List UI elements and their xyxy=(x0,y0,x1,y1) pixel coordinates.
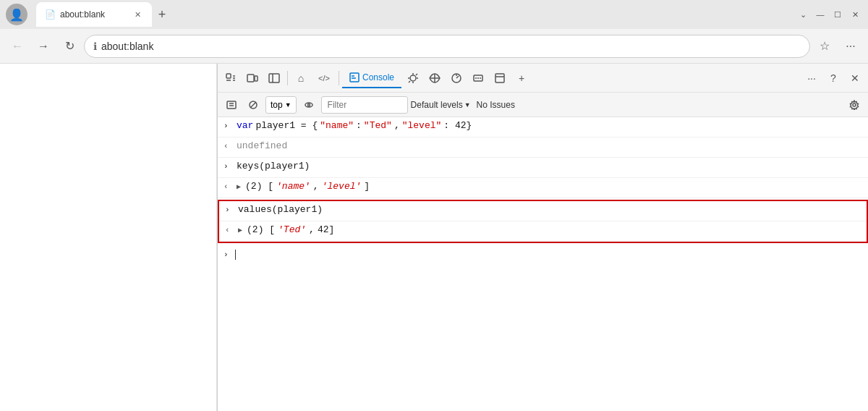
home-button[interactable]: ⌂ xyxy=(291,68,311,88)
svg-rect-7 xyxy=(269,74,279,82)
result-text-6a: (2) [ xyxy=(247,224,275,235)
block-icon[interactable] xyxy=(244,96,263,114)
new-tab-button[interactable]: + xyxy=(152,4,172,25)
more-tools-button[interactable]: ··· xyxy=(801,68,822,88)
result-42: 42] xyxy=(318,224,334,235)
svg-rect-29 xyxy=(227,101,236,109)
undefined-text: undefined xyxy=(237,140,287,151)
refresh-button[interactable]: ↻ xyxy=(58,35,81,58)
help-button[interactable]: ? xyxy=(823,68,843,88)
console-settings-button[interactable] xyxy=(845,96,864,114)
devtools-right-buttons: ··· ? ✕ xyxy=(801,68,865,88)
address-text: about:blank xyxy=(101,41,153,52)
filter-input[interactable] xyxy=(321,96,408,114)
output-arrow-2: ‹ xyxy=(224,142,234,151)
default-levels-button[interactable]: Default levels ▼ xyxy=(411,100,471,110)
input-arrow-5: › xyxy=(225,206,235,214)
more-button[interactable]: ··· xyxy=(839,35,862,58)
default-levels-arrow: ▼ xyxy=(464,101,471,109)
svg-rect-9 xyxy=(350,73,359,82)
svg-rect-0 xyxy=(226,74,231,78)
result-comma-6: , xyxy=(309,224,315,235)
toolbar-separator-1 xyxy=(287,71,288,85)
elements-tab[interactable]: </> xyxy=(312,68,336,88)
toggle-sidebar-button[interactable] xyxy=(264,68,284,88)
nav-right-buttons: ☆ ··· xyxy=(813,35,862,58)
console-line-5: › values(player1) xyxy=(219,201,867,221)
device-emulation-button[interactable] xyxy=(242,68,263,88)
maximize-button[interactable]: ☐ xyxy=(830,7,845,22)
back-button[interactable]: ← xyxy=(6,35,29,58)
context-selector-arrow: ▼ xyxy=(285,101,292,109)
address-info-icon: ℹ xyxy=(93,41,97,52)
input-arrow-1: › xyxy=(224,122,234,130)
code-colon-2: : 42} xyxy=(443,120,472,131)
code-comma-1: , xyxy=(394,120,400,131)
clear-console-button[interactable] xyxy=(222,96,241,114)
no-issues-label: No Issues xyxy=(477,100,515,110)
address-bar[interactable]: ℹ about:blank xyxy=(84,35,810,58)
close-window-button[interactable]: ✕ xyxy=(848,7,862,22)
console-line-2: ‹ undefined xyxy=(218,137,868,158)
svg-point-35 xyxy=(307,103,310,106)
svg-rect-5 xyxy=(247,75,254,82)
line-1-content: var player1 = {"name": "Ted", "level": 4… xyxy=(237,120,472,131)
default-levels-label: Default levels xyxy=(411,100,463,110)
result-text-4a: (2) [ xyxy=(245,181,273,192)
application-icon[interactable] xyxy=(490,68,510,88)
tab-title: about:blank xyxy=(60,9,105,20)
devtools-toolbar: ⌂ </> Console xyxy=(218,64,868,93)
svg-line-15 xyxy=(416,74,417,75)
favorites-button[interactable]: ☆ xyxy=(813,35,836,58)
expand-icon-6[interactable]: ▶ xyxy=(238,226,242,234)
console-line-6: ‹ ▶ (2) ['Ted', 42] xyxy=(219,221,867,242)
page-sidebar xyxy=(0,64,217,411)
performance-icon[interactable] xyxy=(446,68,467,88)
window-controls: ⌄ — ☐ ✕ xyxy=(796,7,862,22)
tab-favicon-icon: 📄 xyxy=(45,9,56,20)
code-string-ted: "Ted" xyxy=(364,120,392,131)
values-call: values(player1) xyxy=(238,204,323,215)
title-bar-left: 👤 📄 about:blank ✕ + xyxy=(6,2,172,27)
svg-rect-27 xyxy=(495,74,504,82)
svg-point-12 xyxy=(410,75,416,81)
chevron-down-icon[interactable]: ⌄ xyxy=(796,7,810,22)
main-content: ⌂ </> Console xyxy=(0,64,868,411)
output-arrow-4: ‹ xyxy=(224,182,234,191)
svg-rect-6 xyxy=(255,76,258,81)
add-tab-button[interactable]: + xyxy=(511,68,532,88)
toolbar-separator-2 xyxy=(339,71,339,85)
forward-button[interactable]: → xyxy=(32,35,55,58)
debug-icon[interactable] xyxy=(403,68,423,88)
svg-point-36 xyxy=(853,103,856,106)
title-bar: 👤 📄 about:blank ✕ + ⌄ — ☐ ✕ xyxy=(0,0,868,29)
console-line-4: ‹ ▶ (2) ['name', 'level'] xyxy=(218,178,868,198)
code-string-name-key: "name" xyxy=(320,120,354,131)
expand-icon-4[interactable]: ▶ xyxy=(237,182,241,191)
result-close-4: ] xyxy=(364,181,370,192)
keyword-var: var xyxy=(237,120,253,131)
keys-call: keys(player1) xyxy=(237,161,310,171)
result-comma-4: , xyxy=(313,181,319,192)
code-text-1: player1 = { xyxy=(255,120,318,131)
minimize-button[interactable]: — xyxy=(813,7,827,22)
inspect-element-button[interactable] xyxy=(221,68,241,88)
console-line-1: › var player1 = {"name": "Ted", "level":… xyxy=(218,117,868,137)
result-ted: 'Ted' xyxy=(278,224,306,235)
tab-close-button[interactable]: ✕ xyxy=(132,9,143,20)
tab-console[interactable]: Console xyxy=(342,68,401,88)
eye-button[interactable] xyxy=(299,96,318,114)
user-avatar[interactable]: 👤 xyxy=(6,4,27,25)
output-arrow-6: ‹ xyxy=(225,226,235,234)
network-icon[interactable] xyxy=(425,68,445,88)
console-output: › var player1 = {"name": "Ted", "level":… xyxy=(218,117,868,411)
browser-tab[interactable]: 📄 about:blank ✕ xyxy=(36,2,152,27)
svg-line-21 xyxy=(456,76,459,78)
devtools-panel: ⌂ </> Console xyxy=(217,64,868,411)
context-selector[interactable]: top ▼ xyxy=(265,96,297,114)
context-selector-label: top xyxy=(271,100,283,110)
svg-line-16 xyxy=(409,81,410,82)
close-devtools-button[interactable]: ✕ xyxy=(845,68,865,88)
memory-icon[interactable] xyxy=(468,68,488,88)
cursor-arrow: › xyxy=(224,250,234,259)
